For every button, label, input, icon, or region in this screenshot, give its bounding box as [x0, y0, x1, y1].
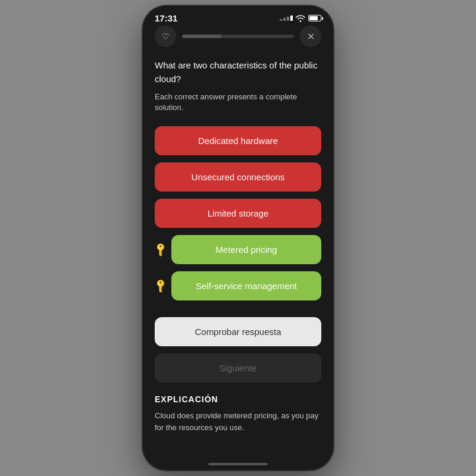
status-bar: 17:31 — [143, 6, 333, 26]
top-bar: ♡ ✕ — [155, 26, 321, 47]
question-text: What are two characteristics of the publ… — [155, 59, 321, 86]
signal-icon — [280, 15, 293, 21]
home-indicator — [208, 463, 268, 465]
answer-metered-pricing[interactable]: Metered pricing — [171, 235, 321, 264]
favorite-button[interactable]: ♡ — [155, 26, 176, 47]
instruction-text: Each correct answer presents a complete … — [155, 92, 321, 113]
battery-icon — [308, 15, 321, 21]
status-icons — [280, 15, 321, 22]
explanation-title: EXPLICACIÓN — [155, 394, 321, 404]
wifi-icon — [296, 15, 305, 22]
check-answer-button[interactable]: Comprobar respuesta — [155, 317, 321, 346]
siguiente-button[interactable]: Siguiente — [155, 353, 321, 383]
main-content: ♡ ✕ What are two characteristics of the … — [143, 26, 333, 460]
progress-fill — [182, 35, 221, 38]
answer-unsecured-connections[interactable]: Unsecured connections — [155, 162, 321, 192]
key-icon-metered: 🔑 — [152, 242, 169, 258]
answer-selfservice-management[interactable]: Self-service management — [171, 271, 321, 300]
answer-selfservice-row: 🔑 Self-service management — [155, 271, 321, 300]
close-icon: ✕ — [307, 31, 315, 42]
key-icon-selfservice: 🔑 — [152, 278, 169, 295]
explanation-section: EXPLICACIÓN Cloud does provide metered p… — [155, 394, 321, 451]
answer-metered-row: 🔑 Metered pricing — [155, 235, 321, 264]
progress-bar — [182, 35, 294, 38]
status-time: 17:31 — [155, 13, 177, 23]
heart-icon: ♡ — [162, 32, 170, 41]
answer-dedicated-hardware[interactable]: Dedicated hardware — [155, 126, 321, 155]
explanation-text: Cloud does provide metered pricing, as y… — [155, 410, 321, 433]
close-button[interactable]: ✕ — [300, 26, 321, 47]
phone-frame: 17:31 ♡ — [143, 6, 333, 470]
answer-limited-storage[interactable]: Limited storage — [155, 199, 321, 228]
